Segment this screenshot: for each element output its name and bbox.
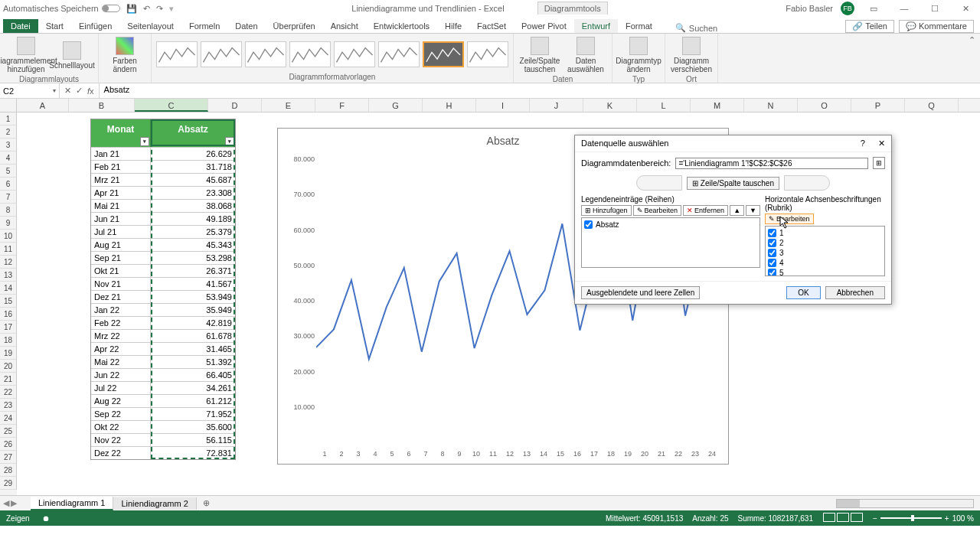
tab-factset[interactable]: FactSet [469,19,514,33]
column-header[interactable]: O [798,99,851,112]
table-row[interactable]: Jun 2149.189 [91,212,235,225]
undo-icon[interactable]: ↶ [143,4,150,14]
column-header[interactable]: N [744,99,798,112]
sheet-tab[interactable]: Liniendiagramm 2 [113,497,196,510]
row-header[interactable]: 2 [0,126,17,139]
column-header[interactable]: I [476,99,530,112]
dialog-help-icon[interactable]: ? [861,139,865,148]
add-chart-element-button[interactable]: Diagrammelement hinzufügen [5,35,47,75]
column-header[interactable]: L [637,99,691,112]
column-header[interactable]: M [691,99,744,112]
column-header[interactable]: J [530,99,583,112]
row-header[interactable]: 13 [0,269,17,282]
series-move-up-button[interactable]: ▲ [730,205,744,216]
ribbon-options-icon[interactable]: ▭ [862,4,885,14]
switch-row-col-button[interactable]: Zeile/Spalte tauschen [518,35,561,75]
comments-button[interactable]: 💬 Kommentare [899,20,974,33]
tab-power pivot[interactable]: Power Pivot [514,19,574,33]
row-header[interactable]: 9 [0,217,17,230]
column-header[interactable]: E [262,99,315,112]
dialog-close-icon[interactable]: ✕ [878,139,885,148]
table-row[interactable]: Mai 2251.392 [91,355,235,368]
table-row[interactable]: Dez 2272.831 [91,446,235,459]
chart-style-3[interactable] [245,41,286,67]
row-header[interactable]: 6 [0,178,17,191]
table-row[interactable]: Jan 2126.629 [91,147,235,160]
accept-edit-icon[interactable]: ✓ [76,86,83,96]
table-row[interactable]: Mai 2138.068 [91,199,235,212]
series-move-down-button[interactable]: ▼ [746,205,760,216]
row-header[interactable]: 17 [0,321,17,334]
row-header[interactable]: 29 [0,477,17,490]
horizontal-scrollbar[interactable] [836,499,974,508]
row-header[interactable]: 15 [0,295,17,308]
chart-style-1[interactable] [156,41,198,67]
table-header-month[interactable]: Monat ▾ [91,119,151,147]
tab-ansicht[interactable]: Ansicht [323,19,366,33]
column-header[interactable]: D [208,99,262,112]
formula-input[interactable]: Absatz [100,83,980,98]
row-header[interactable]: 5 [0,165,17,178]
zoom-slider[interactable]: −+ 100 % [873,514,974,523]
row-header[interactable]: 26 [0,438,17,451]
tab-daten[interactable]: Daten [227,19,265,33]
table-row[interactable]: Sep 2153.298 [91,251,235,264]
redo-icon[interactable]: ↷ [156,4,163,14]
column-header[interactable]: P [851,99,905,112]
table-header-value[interactable]: Absatz ▾ [151,119,235,147]
table-row[interactable]: Dez 2153.949 [91,290,235,303]
save-icon[interactable]: 💾 [126,4,137,14]
chart-style-6[interactable] [378,41,420,67]
tab-file[interactable]: Datei [3,19,38,33]
row-header[interactable]: 3 [0,139,17,152]
chart-style-7[interactable] [423,41,464,67]
close-icon[interactable]: ✕ [954,4,977,14]
axis-item[interactable]: 5 [767,268,883,276]
tab-entwurf[interactable]: Entwurf [574,19,618,33]
column-header[interactable]: C [135,99,208,112]
series-edit-button[interactable]: ✎ Bearbeiten [633,205,682,216]
name-box[interactable]: C2▾ [0,83,60,98]
axis-edit-button[interactable]: ✎ Bearbeiten [765,214,814,224]
column-header[interactable]: B [69,99,135,112]
row-header[interactable]: 4 [0,152,17,165]
chart-style-2[interactable] [201,41,242,67]
table-row[interactable]: Feb 2131.718 [91,160,235,173]
sheet-nav-prev-icon[interactable]: ◀ [3,498,9,508]
tab-start[interactable]: Start [38,19,71,33]
avatar[interactable]: FB [841,2,854,15]
macro-record-icon[interactable]: ⏺ [42,514,50,523]
row-header[interactable]: 28 [0,464,17,477]
table-row[interactable]: Nov 2256.115 [91,433,235,446]
view-buttons[interactable] [822,513,864,523]
minimize-icon[interactable]: — [893,4,916,13]
table-row[interactable]: Okt 2235.600 [91,420,235,433]
change-chart-type-button[interactable]: Diagrammtyp ändern [617,35,660,75]
row-header[interactable]: 25 [0,425,17,438]
maximize-icon[interactable]: ☐ [923,4,946,14]
row-header[interactable]: 19 [0,347,17,360]
select-data-button[interactable]: Daten auswählen [564,35,607,75]
add-sheet-button[interactable]: ⊕ [197,497,216,510]
column-header[interactable]: A [17,99,69,112]
sheet-nav-next-icon[interactable]: ▶ [11,498,17,508]
axis-item[interactable]: 4 [767,258,883,268]
tab-entwicklertools[interactable]: Entwicklertools [366,19,437,33]
tab-seitenlayout[interactable]: Seitenlayout [119,19,181,33]
row-header[interactable]: 18 [0,334,17,347]
fx-icon[interactable]: fx [87,86,94,96]
table-row[interactable]: Aug 2261.212 [91,394,235,407]
table-row[interactable]: Jun 2266.405 [91,368,235,381]
table-row[interactable]: Mrz 2145.687 [91,173,235,186]
column-header[interactable]: K [583,99,637,112]
ribbon-collapse-icon[interactable]: ⌃ [964,34,980,83]
row-header[interactable]: 22 [0,386,17,399]
row-header[interactable]: 11 [0,243,17,256]
range-picker-icon[interactable]: ⊞ [873,157,885,169]
search-box[interactable]: 🔍 Suchen [675,23,717,33]
tab-einfügen[interactable]: Einfügen [71,19,119,33]
row-header[interactable]: 10 [0,230,17,243]
table-row[interactable]: Nov 2141.567 [91,277,235,290]
row-header[interactable]: 12 [0,256,17,269]
column-header[interactable]: F [315,99,369,112]
